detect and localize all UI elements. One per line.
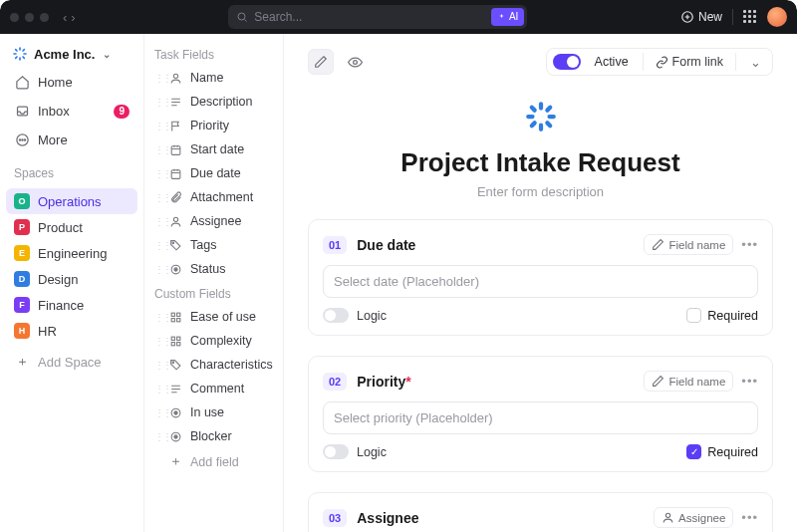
form-link-button[interactable]: Form link xyxy=(652,55,727,69)
field-chip[interactable]: Assignee xyxy=(654,507,733,528)
field-more-button[interactable]: ••• xyxy=(741,237,758,252)
drag-handle-icon[interactable]: ⋮⋮ xyxy=(154,73,160,84)
field-item[interactable]: ⋮⋮Tags xyxy=(144,233,283,257)
drag-handle-icon[interactable]: ⋮⋮ xyxy=(154,97,160,108)
space-item[interactable]: HHR xyxy=(6,318,137,344)
field-item[interactable]: ⋮⋮Priority xyxy=(144,114,283,137)
field-item[interactable]: ⋮⋮Start date xyxy=(144,137,283,161)
form-title[interactable]: Project Intake Request xyxy=(400,147,679,178)
form-logo-icon[interactable] xyxy=(524,100,558,133)
drag-handle-icon[interactable]: ⋮⋮ xyxy=(154,336,160,347)
required-checkbox[interactable] xyxy=(686,308,701,323)
drag-handle-icon[interactable]: ⋮⋮ xyxy=(154,384,160,395)
logic-toggle[interactable] xyxy=(323,308,349,323)
field-label: Start date xyxy=(190,142,244,156)
global-search[interactable]: Search... AI xyxy=(228,5,527,29)
nav-back-icon[interactable]: ‹ xyxy=(63,10,67,25)
field-item[interactable]: ⋮⋮In use xyxy=(144,400,283,424)
field-chip[interactable]: Field name xyxy=(644,234,733,255)
field-label: In use xyxy=(190,405,224,419)
field-number: 03 xyxy=(323,509,347,527)
svg-point-10 xyxy=(171,241,173,243)
space-label: HR xyxy=(38,324,57,339)
space-item[interactable]: EEngineering xyxy=(6,240,137,266)
field-item[interactable]: ⋮⋮Description xyxy=(144,90,283,114)
svg-rect-14 xyxy=(176,313,179,316)
field-item[interactable]: ⋮⋮Assignee xyxy=(144,209,283,233)
space-item[interactable]: OOperations xyxy=(6,188,137,214)
user-icon xyxy=(168,215,182,228)
field-item[interactable]: ⋮⋮Due date xyxy=(144,161,283,185)
form-subtitle[interactable]: Enter form description xyxy=(477,184,604,199)
space-item[interactable]: FFinance xyxy=(6,292,137,318)
svg-rect-19 xyxy=(171,342,174,345)
workspace-switcher[interactable]: Acme Inc. ⌄ xyxy=(6,42,137,66)
svg-rect-17 xyxy=(171,337,174,340)
active-toggle[interactable] xyxy=(553,54,581,70)
status-icon xyxy=(168,406,182,419)
apps-grid-icon[interactable] xyxy=(743,10,757,24)
new-button[interactable]: New xyxy=(680,10,722,24)
field-item[interactable]: ⋮⋮Blocker xyxy=(144,424,283,448)
field-name[interactable]: Due date xyxy=(357,237,415,253)
active-label: Active xyxy=(589,55,635,69)
nav-forward-icon[interactable]: › xyxy=(71,10,75,25)
window-traffic-lights[interactable] xyxy=(10,13,49,22)
field-item[interactable]: ⋮⋮Attachment xyxy=(144,185,283,209)
field-item[interactable]: ⋮⋮Complexity xyxy=(144,329,283,353)
svg-point-23 xyxy=(173,410,176,413)
pencil-icon xyxy=(314,55,328,69)
add-space-button[interactable]: ＋ Add Space xyxy=(6,348,137,376)
field-item[interactable]: ⋮⋮Characteristics xyxy=(144,353,283,377)
form-field-card[interactable]: 02 Priority* Field name ••• Select prior… xyxy=(308,356,773,472)
svg-point-6 xyxy=(173,74,177,78)
workspace-name: Acme Inc. xyxy=(34,47,95,62)
drag-handle-icon[interactable]: ⋮⋮ xyxy=(154,431,160,442)
more-icon xyxy=(15,133,30,147)
field-item[interactable]: ⋮⋮Comment xyxy=(144,377,283,400)
drag-handle-icon[interactable]: ⋮⋮ xyxy=(154,144,160,155)
edit-mode-button[interactable] xyxy=(308,49,334,75)
add-field-button[interactable]: ＋ Add field xyxy=(144,448,283,475)
field-input[interactable]: Select date (Placeholder) xyxy=(323,265,758,298)
user-avatar[interactable] xyxy=(767,7,787,27)
drag-handle-icon[interactable]: ⋮⋮ xyxy=(154,121,160,132)
nav-more[interactable]: More xyxy=(6,128,137,152)
svg-point-12 xyxy=(173,267,176,270)
drag-handle-icon[interactable]: ⋮⋮ xyxy=(154,240,160,251)
task-fields-header: Task Fields xyxy=(144,42,283,66)
space-item[interactable]: PProduct xyxy=(6,214,137,240)
logic-toggle[interactable] xyxy=(323,444,349,459)
field-item[interactable]: ⋮⋮Status xyxy=(144,257,283,281)
form-link-dropdown[interactable]: ⌄ xyxy=(744,55,766,70)
drag-handle-icon[interactable]: ⋮⋮ xyxy=(154,360,160,371)
drag-handle-icon[interactable]: ⋮⋮ xyxy=(154,407,160,418)
space-item[interactable]: DDesign xyxy=(6,266,137,292)
drag-handle-icon[interactable]: ⋮⋮ xyxy=(154,216,160,227)
ai-badge[interactable]: AI xyxy=(491,8,524,26)
field-more-button[interactable]: ••• xyxy=(741,510,758,525)
drag-handle-icon[interactable]: ⋮⋮ xyxy=(154,192,160,203)
form-field-card[interactable]: 01 Due date Field name ••• Select date (… xyxy=(308,219,773,336)
primary-sidebar: Acme Inc. ⌄ Home Inbox 9 More Spaces OOp… xyxy=(0,34,144,532)
field-item[interactable]: ⋮⋮Name xyxy=(144,66,283,90)
form-field-card[interactable]: 03 Assignee Assignee ••• xyxy=(308,492,773,532)
form-status-controls: Active Form link ⌄ xyxy=(546,48,773,76)
nav-home[interactable]: Home xyxy=(6,70,137,95)
nav-inbox[interactable]: Inbox 9 xyxy=(6,99,137,124)
drag-handle-icon[interactable]: ⋮⋮ xyxy=(154,312,160,323)
field-name[interactable]: Priority* xyxy=(357,374,410,390)
field-input[interactable]: Select priority (Placeholder) xyxy=(323,401,758,434)
preview-mode-button[interactable] xyxy=(342,49,368,75)
field-item[interactable]: ⋮⋮Ease of use xyxy=(144,305,283,329)
drag-handle-icon[interactable]: ⋮⋮ xyxy=(154,264,160,275)
field-chip[interactable]: Field name xyxy=(644,371,733,392)
field-label: Due date xyxy=(190,166,241,180)
field-name[interactable]: Assignee xyxy=(357,510,418,526)
history-nav[interactable]: ‹ › xyxy=(63,10,76,25)
field-more-button[interactable]: ••• xyxy=(741,374,758,389)
tag-icon xyxy=(168,239,182,252)
required-checkbox[interactable] xyxy=(686,444,701,459)
form-editor: Active Form link ⌄ Project Intake Reques… xyxy=(284,34,797,532)
drag-handle-icon[interactable]: ⋮⋮ xyxy=(154,168,160,179)
